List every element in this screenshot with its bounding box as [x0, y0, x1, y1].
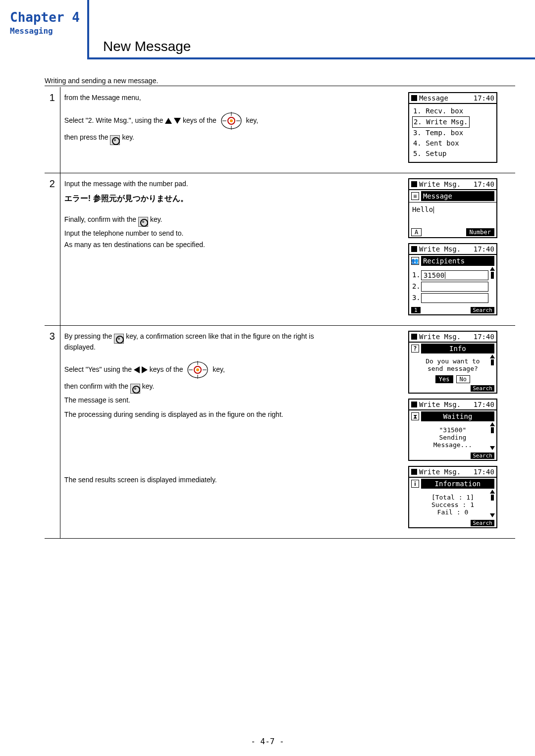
page-footer: - 4-7 - — [0, 737, 535, 746]
scroll-up-icon — [490, 490, 495, 501]
step-3-l1a: By pressing the — [64, 332, 112, 340]
scroll-down-icon — [490, 513, 495, 517]
step-3-l3: then confirm with the key. — [64, 381, 396, 392]
step-3-l6: The send results screen is displayed imm… — [64, 474, 396, 485]
recipient-1: 31500 — [421, 270, 488, 280]
step-2-l2a: Finally, confirm with the — [64, 215, 136, 223]
step-2-l2: Finally, confirm with the key. — [64, 214, 396, 225]
ok-key-icon — [138, 217, 148, 227]
question-icon: ? — [411, 345, 419, 353]
step-3-l2c: key, — [213, 365, 225, 373]
title-sq-icon — [411, 469, 417, 475]
result-body: [Total : 1] Success : 1 Fail : 0 — [409, 490, 496, 520]
step-1-screen-cell: Message 17:40 1. Recv. box 2. Write Msg.… — [404, 87, 515, 173]
write-msg-content: Hello — [412, 205, 433, 213]
step-2-num: 2 — [45, 173, 60, 326]
recipients-icon: 👥 — [411, 257, 419, 265]
recipients-foot-right: Search — [471, 307, 494, 313]
recipients-time: 17:40 — [474, 245, 494, 253]
result-bar: Information — [421, 479, 494, 489]
step-1-row: 1 from the Message menu, Select "2. Writ… — [45, 87, 515, 173]
ok-key-icon — [114, 334, 124, 344]
right-arrow-icon — [142, 366, 148, 373]
menu-item-4: 4. Sent box — [412, 138, 493, 149]
step-1-line2: Select "2. Write Msg.", using the keys o… — [64, 110, 396, 132]
down-arrow-icon — [174, 118, 181, 124]
recipient-2 — [421, 282, 488, 292]
scroll-up-icon — [490, 354, 495, 365]
message-menu-time: 17:40 — [474, 94, 494, 102]
title-sq-icon — [411, 246, 417, 252]
step-3-row: 3 By pressing the key, a confirmation sc… — [45, 326, 515, 539]
svg-point-2 — [230, 119, 233, 122]
step-2-screen-cell: Write Msg. 17:40 ≡ Message Hello A Numbe… — [404, 173, 515, 326]
ok-key-icon — [130, 384, 140, 394]
doc-icon: ≡ — [411, 192, 419, 200]
step-2-l4: As many as ten destinations can be speci… — [64, 239, 396, 250]
svg-point-9 — [196, 368, 199, 371]
step-3-l4: The message is sent. — [64, 395, 396, 405]
header-bar: New Message — [89, 36, 535, 59]
recipients-bar: Recipients — [421, 256, 494, 266]
write-msg-bar: Message — [421, 191, 494, 201]
step-3-l1: By pressing the key, a confirmation scre… — [64, 331, 396, 342]
step-3-l5: The processing during sending is display… — [64, 409, 396, 420]
title-sq-icon — [411, 181, 417, 187]
waiting-title: Write Msg. — [419, 401, 461, 408]
chapter-sidebar: Chapter 4 Messaging — [0, 0, 89, 59]
steps-table: 1 from the Message menu, Select "2. Writ… — [45, 87, 515, 539]
recipient-3 — [421, 293, 488, 303]
waiting-time: 17:40 — [474, 401, 494, 408]
no-button: No — [456, 375, 470, 383]
title-sq-icon — [411, 402, 417, 407]
menu-item-3: 3. Temp. box — [412, 128, 493, 138]
yes-button: Yes — [435, 375, 453, 383]
result-title: Write Msg. — [419, 468, 461, 476]
recipients-foot-left: 1 — [411, 307, 421, 313]
step-3-l2b: keys of the — [150, 365, 183, 373]
step-1-num: 1 — [45, 87, 60, 173]
step-3-l2a: Select "Yes" using the — [64, 365, 132, 373]
confirm-msg: Do you want to send message? — [409, 354, 496, 375]
menu-item-1: 1. Recv. box — [412, 106, 493, 116]
scroll-up-icon — [490, 422, 495, 433]
write-msg-title: Write Msg. — [419, 180, 461, 188]
waiting-bar: Waiting — [421, 411, 494, 421]
step-1-l2b: keys of the — [183, 116, 216, 124]
title-sq-icon — [411, 95, 417, 101]
text-cursor-icon — [445, 272, 445, 279]
intro-text: Writing and sending a new message. — [45, 77, 515, 86]
confirm-foot-right: Search — [471, 385, 494, 392]
confirm-screen: Write Msg. 17:40 ? Info Do you want to s… — [408, 331, 497, 394]
text-cursor-icon — [433, 206, 434, 213]
step-3-num: 3 — [45, 326, 60, 539]
info-icon: i — [411, 480, 419, 488]
recipients-screen: Write Msg. 17:40 👥 Recipients 1.31500 2.… — [408, 243, 497, 315]
scroll-down-icon — [490, 446, 495, 450]
chapter-title: Chapter 4 — [10, 10, 81, 25]
hourglass-icon: ⧗ — [411, 412, 419, 420]
waiting-screen: Write Msg. 17:40 ⧗ Waiting "31500" Sendi… — [408, 399, 497, 461]
step-2-desc: Input the message with the number pad. エ… — [60, 173, 404, 326]
write-msg-input-screen: Write Msg. 17:40 ≡ Message Hello A Numbe… — [408, 178, 497, 238]
step-1-line1: from the Message menu, — [64, 92, 396, 103]
step-3-screen-cell: Write Msg. 17:40 ? Info Do you want to s… — [404, 326, 515, 539]
step-3-l2: Select "Yes" using the keys of the key, — [64, 359, 396, 381]
menu-item-2: 2. Write Msg. — [412, 116, 470, 128]
write-msg-time: 17:40 — [474, 180, 494, 188]
waiting-foot-right: Search — [471, 453, 494, 459]
step-1-desc: from the Message menu, Select "2. Write … — [60, 87, 404, 173]
step-2-jp-error: エラー! 参照元が見つかりません。 — [64, 192, 396, 205]
result-screen: Write Msg. 17:40 i Information [Total : … — [408, 466, 497, 528]
recipients-title: Write Msg. — [419, 245, 461, 253]
menu-item-5: 5. Setup — [412, 149, 493, 159]
soft-left-a: A — [411, 228, 422, 236]
soft-right-number: Number — [466, 228, 494, 236]
step-2-l3: Input the telephone number to send to. — [64, 228, 396, 239]
left-arrow-icon — [134, 366, 140, 373]
step-3-l1b: key, a confirmation screen like that in … — [126, 332, 314, 340]
up-arrow-icon — [165, 118, 172, 124]
ok-key-icon — [110, 135, 120, 145]
step-2-l2b: key. — [150, 215, 162, 223]
page-title: New Message — [103, 39, 191, 54]
